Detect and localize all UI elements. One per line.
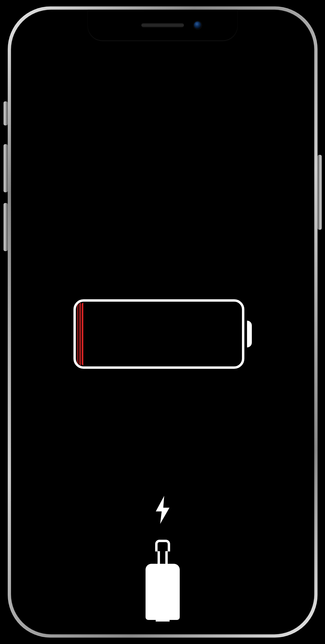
connect-charger-indicator — [146, 496, 180, 622]
device-screen — [24, 22, 301, 622]
cable-connector — [146, 564, 180, 620]
volume-down-button[interactable] — [3, 203, 8, 251]
power-button[interactable] — [318, 155, 322, 230]
lightning-cable-icon — [146, 540, 180, 622]
battery-low-level-indicator — [77, 303, 83, 365]
cable-wire — [156, 620, 170, 622]
mute-switch[interactable] — [3, 101, 8, 125]
battery-terminal — [247, 321, 252, 347]
earpiece-speaker — [141, 23, 184, 27]
phone-device-mockup — [8, 6, 318, 638]
cable-neck — [158, 551, 168, 564]
battery-body — [73, 299, 244, 369]
cable-tip — [155, 540, 170, 551]
volume-up-button[interactable] — [3, 144, 8, 192]
display-notch — [88, 10, 237, 40]
battery-empty-icon — [73, 299, 252, 369]
lightning-bolt-icon — [153, 496, 172, 525]
front-camera — [194, 21, 201, 29]
